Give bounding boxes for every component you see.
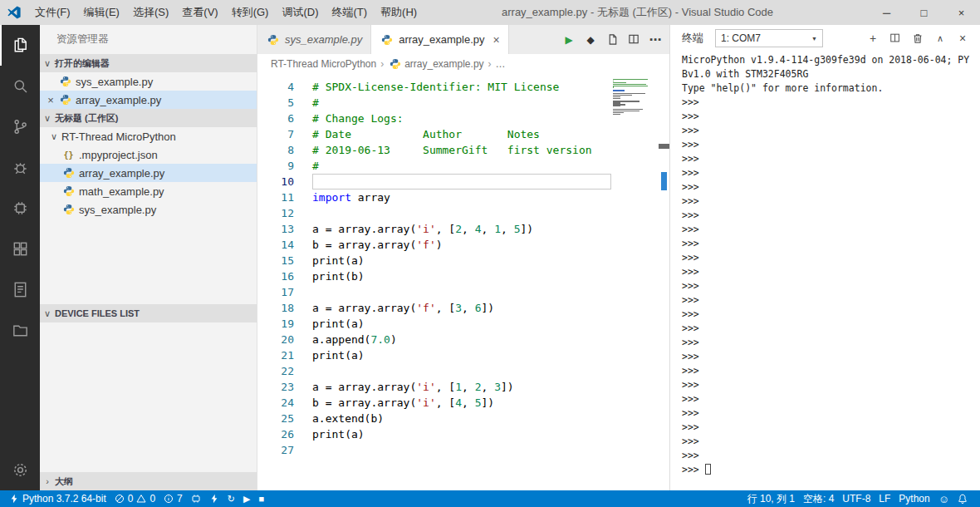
close-panel-icon[interactable]: ×	[953, 28, 972, 48]
line-number[interactable]: 21	[257, 347, 294, 363]
line-number[interactable]: 26	[257, 426, 294, 442]
extensions-icon[interactable]	[0, 229, 40, 269]
run-button[interactable]: ▶	[239, 490, 254, 507]
code-line[interactable]: print(a)	[312, 426, 611, 442]
code-line[interactable]	[312, 284, 611, 300]
open-editors-header[interactable]: ∨ 打开的编辑器	[40, 54, 257, 72]
folder-item[interactable]: ∨ RT-Thread MicroPython	[40, 127, 257, 145]
device-files-header[interactable]: ∨ DEVICE FILES LIST	[40, 304, 257, 322]
line-number[interactable]: 7	[257, 126, 294, 142]
menu-item[interactable]: 编辑(E)	[77, 0, 126, 25]
search-icon[interactable]	[0, 66, 40, 106]
line-number[interactable]: 18	[257, 300, 294, 316]
language-mode[interactable]: Python	[894, 490, 933, 507]
code-line[interactable]: import array	[312, 190, 611, 205]
run-file-icon[interactable]: ▶	[558, 25, 580, 54]
line-number[interactable]: 20	[257, 332, 294, 347]
board-button[interactable]	[187, 490, 205, 507]
line-number[interactable]: 6	[257, 111, 294, 126]
code-line[interactable]: # 2019-06-13 SummerGift first version	[312, 142, 611, 158]
line-number[interactable]: 23	[257, 379, 294, 395]
file-item[interactable]: {} .mpyproject.json	[40, 145, 257, 164]
line-number[interactable]: 16	[257, 268, 294, 284]
code-line[interactable]: a.extend(b)	[312, 411, 611, 426]
close-window-icon[interactable]: ×	[943, 0, 980, 25]
line-number[interactable]: 15	[257, 253, 294, 268]
menu-item[interactable]: 文件(F)	[28, 0, 77, 25]
code-editor[interactable]: 4567891011121314151617181920212223242526…	[257, 73, 669, 490]
terminal-select[interactable]: 1: COM7 ▼	[715, 29, 823, 47]
line-number[interactable]: 19	[257, 316, 294, 332]
menu-item[interactable]: 帮助(H)	[374, 0, 424, 25]
open-editor-item[interactable]: × array_example.py	[40, 91, 257, 109]
minimize-icon[interactable]: ─	[868, 0, 905, 25]
code-line[interactable]: b = array.array('i', [4, 5])	[312, 395, 611, 411]
open-editor-item[interactable]: sys_example.py	[40, 72, 257, 91]
terminal-content[interactable]: MicroPython v1.9.4-114-g309fe39d on 2018…	[670, 52, 980, 490]
code-line[interactable]: a = array.array('f', [3, 6])	[312, 300, 611, 316]
open-file-icon[interactable]	[601, 25, 623, 54]
line-number[interactable]: 13	[257, 221, 294, 237]
overview-ruler[interactable]	[659, 79, 669, 490]
line-number[interactable]: 4	[257, 79, 294, 95]
info-status[interactable]: 7	[159, 490, 187, 507]
line-number[interactable]: 5	[257, 95, 294, 111]
settings-gear-icon[interactable]	[0, 450, 40, 490]
menu-item[interactable]: 查看(V)	[175, 0, 224, 25]
code-line[interactable]: #	[312, 158, 611, 174]
breadcrumb-item[interactable]: RT-Thread MicroPython	[271, 58, 376, 70]
notifications-button[interactable]	[953, 490, 972, 507]
line-number[interactable]: 9	[257, 158, 294, 174]
scrollbar-thumb[interactable]	[659, 144, 669, 149]
new-terminal-icon[interactable]: +	[864, 28, 882, 48]
code-line[interactable]	[312, 205, 611, 221]
tab-sys-example[interactable]: sys_example.py	[257, 25, 371, 54]
more-actions-icon[interactable]: ⋯	[644, 25, 666, 54]
stop-button[interactable]: ■	[254, 490, 268, 507]
source-control-icon[interactable]	[0, 106, 40, 147]
menu-item[interactable]: 选择(S)	[126, 0, 175, 25]
encoding[interactable]: UTF-8	[838, 490, 875, 507]
maximize-panel-icon[interactable]: ∧	[931, 28, 949, 48]
tab-array-example[interactable]: array_example.py ×	[371, 25, 509, 54]
file-item[interactable]: array_example.py	[40, 164, 257, 182]
code-line[interactable]: a.append(7.0)	[312, 332, 611, 347]
code-line[interactable]: # SPDX-License-Identifier: MIT License	[312, 79, 611, 95]
line-number[interactable]: 27	[257, 442, 294, 458]
breadcrumb-item[interactable]: …	[496, 58, 506, 70]
sync-button[interactable]: ↻	[223, 490, 239, 507]
eol[interactable]: LF	[875, 490, 894, 507]
split-terminal-icon[interactable]	[886, 28, 904, 48]
feedback-button[interactable]: ☺	[934, 490, 953, 507]
kill-terminal-icon[interactable]	[909, 28, 927, 48]
line-number[interactable]: 11	[257, 190, 294, 205]
code-line[interactable]	[312, 363, 611, 379]
line-number[interactable]: 17	[257, 284, 294, 300]
code-line[interactable]	[312, 174, 611, 190]
explorer-icon[interactable]	[0, 25, 40, 66]
code-line[interactable]: print(a)	[312, 316, 611, 332]
line-number[interactable]: 24	[257, 395, 294, 411]
file-item[interactable]: math_example.py	[40, 182, 257, 200]
terminal-tab-label[interactable]: 终端	[682, 31, 703, 46]
close-icon[interactable]: ×	[493, 33, 500, 47]
maximize-icon[interactable]: □	[905, 0, 943, 25]
code-line[interactable]: # Date Author Notes	[312, 126, 611, 142]
menu-item[interactable]: 转到(G)	[225, 0, 276, 25]
board-icon[interactable]	[0, 188, 40, 229]
menu-item[interactable]: 调试(D)	[275, 0, 325, 25]
workspace-header[interactable]: ∨ 无标题 (工作区)	[40, 109, 257, 127]
close-icon[interactable]: ×	[43, 94, 58, 106]
indentation[interactable]: 空格: 4	[799, 490, 838, 507]
debug-icon[interactable]	[0, 147, 40, 188]
line-number[interactable]: 22	[257, 363, 294, 379]
menu-item[interactable]: 终端(T)	[325, 0, 374, 25]
split-editor-icon[interactable]	[623, 25, 644, 54]
problems-status[interactable]: 0 0	[110, 490, 159, 507]
line-number[interactable]: 14	[257, 237, 294, 253]
cursor-position[interactable]: 行 10, 列 1	[743, 490, 799, 507]
file-item[interactable]: sys_example.py	[40, 200, 257, 219]
code-line[interactable]: b = array.array('f')	[312, 237, 611, 253]
code-line[interactable]: #	[312, 95, 611, 111]
code-line[interactable]	[312, 442, 611, 458]
